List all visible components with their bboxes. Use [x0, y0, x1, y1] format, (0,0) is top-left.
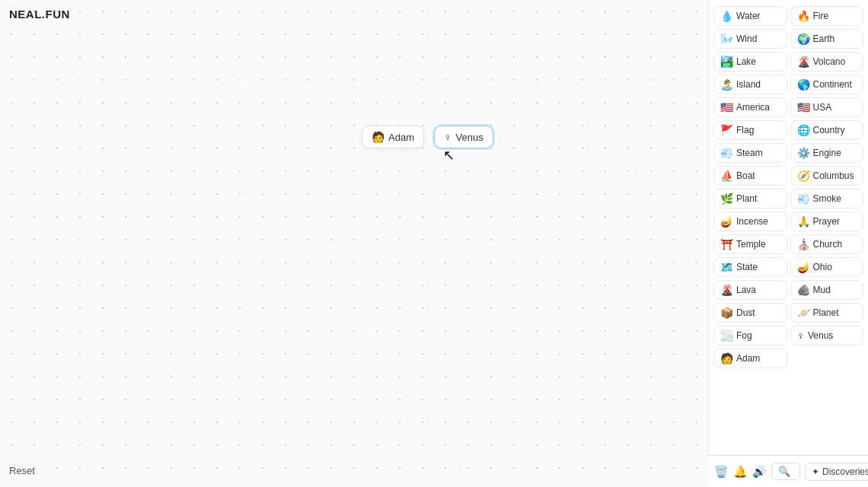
item-label: USA	[813, 102, 832, 113]
item-emoji: 🌎	[797, 78, 810, 91]
adam-emoji: 🧑	[372, 131, 385, 143]
sidebar-item[interactable]: 🪨Mud	[790, 280, 864, 300]
sidebar-item[interactable]: 💨Steam	[713, 143, 787, 163]
item-emoji: 🪔	[797, 261, 810, 273]
sidebar-item[interactable]: 🌍Earth	[790, 29, 864, 49]
item-emoji: 🪔	[720, 215, 733, 228]
item-emoji: 🧭	[797, 170, 810, 182]
item-label: America	[736, 102, 770, 113]
item-emoji: 💨	[797, 193, 810, 205]
sidebar-item[interactable]: 🚩Flag	[713, 120, 787, 140]
item-emoji: 🔥	[797, 10, 810, 22]
item-emoji: 💨	[720, 147, 733, 159]
item-label: Fire	[813, 11, 829, 21]
item-emoji: ⛩️	[720, 238, 733, 250]
item-label: Church	[813, 239, 843, 250]
reset-button[interactable]: Reset	[9, 465, 35, 476]
trash-icon[interactable]: 🗑️	[714, 462, 729, 482]
sidebar-item[interactable]: 🌐Country	[790, 120, 864, 140]
sidebar-item[interactable]: 🏝️Island	[713, 75, 787, 94]
sidebar-item[interactable]: 💨Smoke	[790, 189, 864, 208]
canvas-area[interactable]	[0, 0, 708, 487]
sidebar-item[interactable]: 🪔Ohio	[790, 257, 864, 277]
item-emoji: 🙏	[797, 215, 810, 228]
item-emoji: 🇺🇸	[797, 101, 810, 113]
item-emoji: 🌋	[797, 56, 810, 68]
sidebar-item[interactable]: 🌬️Wind	[713, 29, 787, 49]
item-emoji: 🧑	[720, 352, 733, 364]
sidebar-item[interactable]: 🪔Incense	[713, 212, 787, 231]
sidebar-item[interactable]: 🧑Adam	[713, 349, 787, 368]
sidebar-item[interactable]: ♀️Venus	[790, 326, 864, 345]
item-label: Planet	[813, 307, 839, 318]
item-label: Incense	[736, 216, 768, 227]
item-label: Island	[736, 79, 761, 90]
item-label: Continent	[813, 79, 852, 90]
sidebar-item[interactable]: 💧Water	[713, 6, 787, 26]
sidebar-item[interactable]: 🌎Continent	[790, 75, 864, 94]
item-emoji: 🌿	[720, 193, 733, 205]
item-label: Prayer	[813, 216, 840, 227]
item-emoji: 🏞️	[720, 56, 733, 68]
item-label: Steam	[736, 148, 763, 158]
item-label: Earth	[813, 33, 835, 44]
sidebar-item[interactable]: ⛩️Temple	[713, 234, 787, 254]
item-emoji: ♀️	[797, 329, 806, 342]
sidebar-item[interactable]: 🌫️Fog	[713, 326, 787, 345]
search-container[interactable]: 🔍	[771, 463, 800, 480]
bottom-bar: 🗑️ 🔔 🔊 🔍 ✦ Discoveries 🕐 Sort by time	[708, 455, 868, 487]
item-emoji: 📦	[720, 307, 733, 319]
item-emoji: 🪨	[797, 284, 810, 296]
item-label: Venus	[808, 330, 833, 341]
sidebar-item[interactable]: 🇺🇸USA	[790, 97, 864, 117]
sidebar-item[interactable]: 🧭Columbus	[790, 166, 864, 186]
item-emoji: 🗺️	[720, 261, 733, 273]
adam-label: Adam	[388, 132, 414, 143]
sidebar-item[interactable]: ⛵Boat	[713, 166, 787, 186]
sidebar-item[interactable]: ⚙️Engine	[790, 143, 864, 163]
item-emoji: 🪐	[797, 307, 810, 319]
bell-icon[interactable]: 🔔	[733, 462, 748, 482]
item-label: Temple	[736, 239, 766, 250]
item-emoji: 🌍	[797, 33, 810, 45]
sidebar-item[interactable]: 🌋Lava	[713, 280, 787, 300]
sidebar-item[interactable]: 🏞️Lake	[713, 52, 787, 72]
item-emoji: 🌐	[797, 124, 810, 136]
item-label: State	[736, 262, 758, 272]
item-label: Lava	[736, 285, 756, 295]
item-label: Fog	[736, 330, 752, 341]
sidebar-items-grid: 💧Water🔥Fire🌬️Wind🌍Earth🏞️Lake🌋Volcano🏝️I…	[713, 6, 863, 368]
sidebar-item[interactable]: 🌋Volcano	[790, 52, 864, 72]
sidebar-item[interactable]: 🗺️State	[713, 257, 787, 277]
discoveries-button[interactable]: ✦ Discoveries	[805, 463, 868, 481]
item-emoji: 🏝️	[720, 78, 733, 91]
item-emoji: 💧	[720, 10, 733, 22]
discoveries-label: Discoveries	[822, 466, 868, 477]
item-emoji: 🌫️	[720, 329, 733, 342]
item-emoji: ⛵	[720, 170, 733, 182]
discoveries-icon: ✦	[812, 466, 819, 477]
item-label: Country	[813, 125, 845, 135]
sidebar-item[interactable]: 🪐Planet	[790, 303, 864, 323]
sidebar-item[interactable]: 🇺🇸America	[713, 97, 787, 117]
sidebar-item[interactable]: ⛪Church	[790, 234, 864, 254]
logo: NEAL.FUN	[9, 8, 70, 21]
item-label: Dust	[736, 307, 755, 318]
sidebar-item[interactable]: 🔥Fire	[790, 6, 864, 26]
canvas-item-adam[interactable]: 🧑 Adam	[362, 126, 424, 148]
item-emoji: 🌋	[720, 284, 733, 296]
item-label: Adam	[736, 353, 760, 364]
item-label: Volcano	[813, 56, 846, 67]
item-label: Engine	[813, 148, 841, 158]
item-label: Wind	[736, 33, 757, 44]
sidebar-item[interactable]: 🌿Plant	[713, 189, 787, 208]
item-label: Mud	[813, 285, 831, 295]
venus-label: Venus	[456, 132, 483, 143]
item-emoji: 🇺🇸	[720, 101, 733, 113]
sidebar-item[interactable]: 📦Dust	[713, 303, 787, 323]
item-emoji: 🌬️	[720, 33, 733, 45]
canvas-item-venus[interactable]: ♀️ Venus	[434, 126, 493, 148]
speaker-icon[interactable]: 🔊	[752, 462, 767, 482]
sidebar-item[interactable]: 🙏Prayer	[790, 212, 864, 231]
item-label: Ohio	[813, 262, 832, 272]
